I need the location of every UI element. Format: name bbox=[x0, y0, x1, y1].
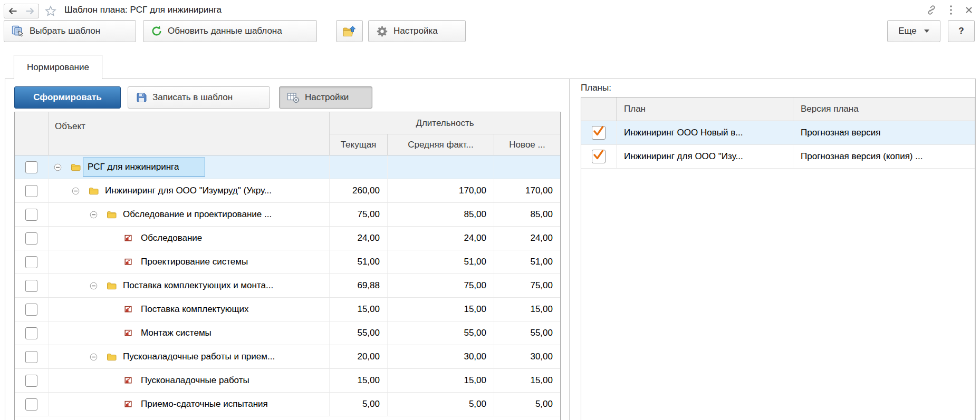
duration-new-cell[interactable]: 24,00 bbox=[494, 227, 560, 250]
plan-name-cell[interactable]: Инжиниринг ООО Новый в... bbox=[617, 121, 793, 144]
duration-avg-cell[interactable]: 85,00 bbox=[388, 203, 494, 226]
duration-new-cell[interactable]: 55,00 bbox=[494, 321, 560, 345]
expand-toggle-icon[interactable] bbox=[90, 282, 107, 290]
duration-avg-cell[interactable]: 55,00 bbox=[388, 321, 494, 345]
tree-row[interactable]: Поставка комплектующих15,0015,0015,00 bbox=[15, 298, 560, 321]
row-checkbox[interactable] bbox=[25, 232, 37, 245]
duration-avg-cell[interactable]: 5,00 bbox=[388, 393, 494, 416]
link-icon[interactable] bbox=[926, 5, 937, 15]
export-folder-button[interactable] bbox=[336, 20, 363, 42]
tree-row-object-cell[interactable]: Поставка комплектующих bbox=[49, 298, 330, 321]
tree-row[interactable]: Проектирование системы51,0051,0051,00 bbox=[15, 250, 560, 274]
focused-cell-box[interactable]: РСГ для инжиниринга bbox=[83, 158, 205, 177]
plan-version-cell[interactable]: Прогнозная версия (копия) ... bbox=[793, 145, 975, 168]
tree-row-object-cell[interactable]: Приемо-сдаточные испытания bbox=[49, 393, 330, 416]
save-to-template-button[interactable]: Записать в шаблон bbox=[128, 86, 270, 109]
tree-row[interactable]: Обследование и проектирование ...75,0085… bbox=[15, 203, 560, 227]
row-checkbox[interactable] bbox=[25, 256, 37, 268]
table-settings-button[interactable]: Настройки bbox=[279, 86, 372, 109]
duration-new-cell[interactable]: 75,00 bbox=[494, 274, 560, 297]
close-icon[interactable] bbox=[965, 6, 973, 14]
plan-checkbox[interactable] bbox=[592, 126, 606, 140]
tree-row[interactable]: Инжиниринг для ООО "Изумруд" (Укру...260… bbox=[15, 179, 560, 203]
row-checkbox[interactable] bbox=[25, 351, 37, 363]
plans-header-version[interactable]: Версия плана bbox=[793, 97, 975, 121]
refresh-template-button[interactable]: Обновить данные шаблона bbox=[143, 20, 317, 42]
duration-current-cell[interactable]: 24,00 bbox=[330, 227, 388, 250]
duration-new-cell[interactable]: 15,00 bbox=[494, 369, 560, 392]
expand-toggle-icon[interactable] bbox=[90, 211, 107, 219]
pane-splitter[interactable] bbox=[569, 79, 570, 420]
tree-row[interactable]: Пусконаладочные работы и прием...20,0030… bbox=[15, 345, 560, 369]
duration-current-cell[interactable]: 20,00 bbox=[330, 345, 388, 368]
tree-row[interactable]: Приемо-сдаточные испытания5,005,005,00 bbox=[15, 393, 560, 416]
duration-current-cell[interactable]: 5,00 bbox=[330, 393, 388, 416]
expand-toggle-icon[interactable] bbox=[54, 163, 71, 171]
tree-row-object-cell[interactable]: РСГ для инжиниринга bbox=[49, 155, 330, 179]
tree-row[interactable]: РСГ для инжиниринга bbox=[15, 155, 560, 179]
duration-new-cell[interactable]: 30,00 bbox=[494, 345, 560, 368]
tree-row-object-cell[interactable]: Проектирование системы bbox=[49, 250, 330, 274]
duration-new-cell[interactable]: 5,00 bbox=[494, 393, 560, 416]
more-button[interactable]: Еще bbox=[887, 20, 940, 42]
duration-avg-cell[interactable]: 15,00 bbox=[388, 369, 494, 392]
favorite-icon[interactable] bbox=[44, 5, 57, 17]
duration-new-cell[interactable] bbox=[494, 155, 560, 179]
row-checkbox[interactable] bbox=[25, 209, 37, 221]
duration-new-cell[interactable]: 15,00 bbox=[494, 298, 560, 321]
plan-version-cell[interactable]: Прогнозная версия bbox=[793, 121, 975, 144]
duration-new-cell[interactable]: 85,00 bbox=[494, 203, 560, 226]
duration-current-cell[interactable]: 55,00 bbox=[330, 321, 388, 345]
duration-avg-cell[interactable]: 30,00 bbox=[388, 345, 494, 368]
row-checkbox[interactable] bbox=[25, 398, 37, 411]
settings-button[interactable]: Настройка bbox=[368, 20, 466, 42]
duration-avg-cell[interactable] bbox=[388, 155, 494, 179]
header-new[interactable]: Новое ... bbox=[494, 134, 560, 155]
header-current[interactable]: Текущая bbox=[330, 134, 388, 155]
duration-avg-cell[interactable]: 24,00 bbox=[388, 227, 494, 250]
tree-row-object-cell[interactable]: Пусконаладочные работы и прием... bbox=[49, 345, 330, 368]
row-checkbox[interactable] bbox=[25, 161, 37, 173]
plans-header-plan[interactable]: План bbox=[617, 97, 793, 121]
forward-button[interactable] bbox=[21, 4, 39, 18]
duration-avg-cell[interactable]: 170,00 bbox=[388, 179, 494, 202]
back-button[interactable] bbox=[4, 4, 22, 18]
tree-row-object-cell[interactable]: Пусконаладочные работы bbox=[49, 369, 330, 392]
duration-current-cell[interactable]: 69,88 bbox=[330, 274, 388, 297]
duration-current-cell[interactable]: 75,00 bbox=[330, 203, 388, 226]
duration-new-cell[interactable]: 51,00 bbox=[494, 250, 560, 274]
tree-row-object-cell[interactable]: Поставка комплектующих и монта... bbox=[49, 274, 330, 297]
tree-row-object-cell[interactable]: Обследование bbox=[49, 227, 330, 250]
header-object[interactable]: Объект bbox=[49, 112, 330, 155]
duration-current-cell[interactable]: 15,00 bbox=[330, 369, 388, 392]
tree-row-object-cell[interactable]: Обследование и проектирование ... bbox=[49, 203, 330, 226]
tree-row[interactable]: Монтаж системы55,0055,0055,00 bbox=[15, 321, 560, 345]
select-template-button[interactable]: Выбрать шаблон bbox=[4, 20, 136, 42]
row-checkbox[interactable] bbox=[25, 304, 37, 316]
tab-normirovanie[interactable]: Нормирование bbox=[14, 55, 102, 79]
row-checkbox[interactable] bbox=[25, 327, 37, 339]
more-vert-icon[interactable] bbox=[949, 5, 953, 15]
row-checkbox[interactable] bbox=[25, 185, 37, 197]
row-checkbox[interactable] bbox=[25, 375, 37, 387]
row-checkbox[interactable] bbox=[25, 280, 37, 292]
help-button[interactable]: ? bbox=[948, 20, 975, 42]
duration-new-cell[interactable]: 170,00 bbox=[494, 179, 560, 202]
duration-avg-cell[interactable]: 15,00 bbox=[388, 298, 494, 321]
plan-checkbox[interactable] bbox=[592, 150, 606, 163]
duration-avg-cell[interactable]: 51,00 bbox=[388, 250, 494, 274]
expand-toggle-icon[interactable] bbox=[72, 187, 89, 195]
tree-row-object-cell[interactable]: Инжиниринг для ООО "Изумруд" (Укру... bbox=[49, 179, 330, 202]
plan-row[interactable]: Инжиниринг ООО Новый в...Прогнозная верс… bbox=[581, 121, 975, 145]
duration-current-cell[interactable]: 260,00 bbox=[330, 179, 388, 202]
tree-row[interactable]: Пусконаладочные работы15,0015,0015,00 bbox=[15, 369, 560, 393]
duration-current-cell[interactable] bbox=[330, 155, 388, 179]
tree-row[interactable]: Обследование24,0024,0024,00 bbox=[15, 227, 560, 250]
header-avg-fact[interactable]: Средняя факт... bbox=[388, 134, 494, 155]
duration-avg-cell[interactable]: 75,00 bbox=[388, 274, 494, 297]
generate-button[interactable]: Сформировать bbox=[14, 86, 121, 109]
duration-current-cell[interactable]: 15,00 bbox=[330, 298, 388, 321]
plan-name-cell[interactable]: Инжиниринг для ООО "Изу... bbox=[617, 145, 793, 168]
duration-current-cell[interactable]: 51,00 bbox=[330, 250, 388, 274]
plan-row[interactable]: Инжиниринг для ООО "Изу...Прогнозная вер… bbox=[581, 145, 975, 169]
